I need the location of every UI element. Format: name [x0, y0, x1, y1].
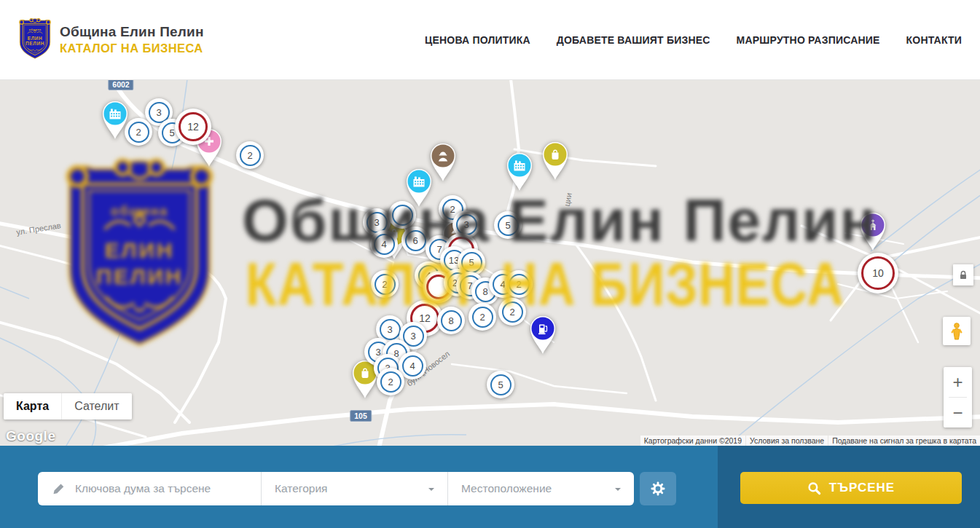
- gear-icon: [650, 481, 666, 497]
- cluster-count: 2: [479, 312, 485, 323]
- map-cluster-marker[interactable]: 12: [175, 109, 211, 145]
- keyword-field: [38, 472, 261, 505]
- zoom-control: + −: [944, 367, 972, 427]
- search-fields: Категория Местоположение: [38, 472, 634, 505]
- map-markers-layer: 325122235346713524277842212823338342510: [0, 80, 980, 446]
- map-pin-bag[interactable]: [538, 138, 572, 181]
- cluster-count: 8: [482, 286, 487, 297]
- nav-add-business[interactable]: ДОБАВЕТЕ ВАШИЯТ БИЗНЕС: [557, 34, 710, 46]
- map-pin-fuel[interactable]: [526, 312, 560, 355]
- cluster-count: 2: [136, 127, 141, 138]
- map-pin-factory[interactable]: [98, 97, 132, 141]
- report-map-error-link[interactable]: Подаване на сигнал за грешка в картата: [828, 436, 980, 446]
- map-attribution: Картографски данни ©2019 Условия за полз…: [640, 436, 980, 446]
- map-pin-church[interactable]: [856, 208, 890, 252]
- terms-of-use-link[interactable]: Условия за ползване: [746, 436, 828, 446]
- location-select-value: Местоположение: [461, 482, 552, 495]
- cluster-count: 6: [412, 235, 418, 246]
- municipality-crest-icon: община ЕЛИН ПЕЛИН: [18, 17, 52, 63]
- cluster-count: 2: [388, 377, 393, 387]
- map-cluster-marker[interactable]: 2: [469, 303, 496, 331]
- cluster-count: 5: [505, 220, 510, 231]
- cluster-ring: [392, 205, 413, 226]
- zoom-in-button[interactable]: +: [944, 367, 972, 397]
- map-data-copyright: Картографски данни ©2019: [640, 436, 745, 446]
- cluster-count: 2: [516, 279, 521, 290]
- site-header: община ЕЛИН ПЕЛИН Община Елин Пелин КАТА…: [0, 0, 980, 80]
- nav-contacts[interactable]: КОНТАКТИ: [906, 34, 962, 46]
- page: община ЕЛИН ПЕЛИН Община Елин Пелин КАТА…: [0, 0, 980, 528]
- map-pin-factory[interactable]: [503, 149, 536, 192]
- svg-text:ПЕЛИН: ПЕЛИН: [26, 41, 44, 46]
- cluster-count: 2: [509, 307, 514, 318]
- cluster-count: 3: [463, 219, 469, 230]
- map-cluster-marker[interactable]: 5: [494, 211, 522, 239]
- street-view-pegman-button[interactable]: [943, 317, 971, 345]
- cluster-count: 5: [469, 257, 474, 268]
- cluster-count: 3: [156, 107, 161, 118]
- site-subtitle: КАТАЛОГ НА БИЗНЕСА: [60, 42, 204, 55]
- nav-route-schedule[interactable]: МАРШРУТНО РАЗПИСАНИЕ: [737, 34, 880, 46]
- map-type-switcher: Карта Сателит: [4, 393, 132, 419]
- map-cluster-marker[interactable]: 5: [487, 371, 514, 398]
- cluster-count: 10: [872, 267, 884, 279]
- cluster-count: 3: [387, 324, 392, 335]
- cluster-count: 8: [448, 315, 453, 326]
- map-viewport[interactable]: 6002 105 ул. Преслав бул. „Новосел ции: [0, 80, 980, 446]
- chevron-down-icon: [615, 488, 621, 494]
- map-cluster-marker[interactable]: 2: [371, 270, 399, 298]
- cluster-count: 2: [450, 204, 455, 215]
- map-cluster-marker[interactable]: 8: [437, 307, 465, 334]
- cluster-count: 3: [374, 217, 379, 228]
- chevron-down-icon: [428, 488, 434, 494]
- search-icon: [807, 481, 821, 495]
- advanced-search-button[interactable]: [640, 472, 676, 505]
- cluster-count: 2: [247, 150, 252, 161]
- cluster-count: 12: [419, 312, 431, 324]
- category-select-value: Категория: [275, 482, 327, 495]
- main-nav: ЦЕНОВА ПОЛИТИКА ДОБАВЕТЕ ВАШИЯТ БИЗНЕС М…: [425, 34, 962, 46]
- map-cluster-marker[interactable]: 2: [498, 298, 526, 326]
- cluster-count: 5: [498, 379, 503, 390]
- cluster-count: 3: [410, 331, 415, 342]
- cluster-count: 4: [409, 360, 415, 371]
- map-cluster-marker[interactable]: 4: [370, 230, 398, 258]
- location-select[interactable]: Местоположение: [447, 472, 634, 505]
- keyword-search-input[interactable]: [74, 481, 248, 496]
- google-logo[interactable]: Google: [6, 428, 55, 444]
- map-cluster-marker[interactable]: 10: [858, 253, 898, 293]
- site-logo[interactable]: община ЕЛИН ПЕЛИН Община Елин Пелин КАТА…: [18, 17, 204, 63]
- cluster-count: 12: [187, 121, 199, 133]
- pencil-icon: [52, 483, 65, 495]
- zoom-out-button[interactable]: −: [944, 398, 972, 427]
- map-type-satellite-button[interactable]: Сателит: [61, 393, 131, 419]
- lock-control-button[interactable]: [953, 264, 973, 285]
- search-submit-button[interactable]: ТЪРСЕНЕ: [740, 472, 962, 504]
- map-cluster-marker[interactable]: [388, 201, 416, 229]
- category-select[interactable]: Категория: [261, 472, 447, 505]
- lock-icon: [957, 269, 969, 281]
- svg-text:ЕЛИН: ЕЛИН: [28, 35, 43, 40]
- map-cluster-marker[interactable]: 2: [377, 368, 404, 395]
- search-bar: Категория Местоположение ТЪРСЕНЕ: [0, 446, 980, 528]
- nav-pricing-policy[interactable]: ЦЕНОВА ПОЛИТИКА: [425, 34, 530, 46]
- cluster-count: 4: [381, 239, 386, 250]
- site-title: Община Елин Пелин: [60, 24, 204, 40]
- map-cluster-marker[interactable]: 2: [236, 141, 264, 169]
- map-type-map-button[interactable]: Карта: [4, 393, 61, 419]
- map-cluster-marker[interactable]: 2: [505, 270, 533, 298]
- cluster-count: 5: [169, 127, 174, 138]
- cluster-count: 2: [382, 279, 387, 290]
- pegman-icon: [948, 322, 965, 341]
- search-button-label: ТЪРСЕНЕ: [829, 481, 895, 495]
